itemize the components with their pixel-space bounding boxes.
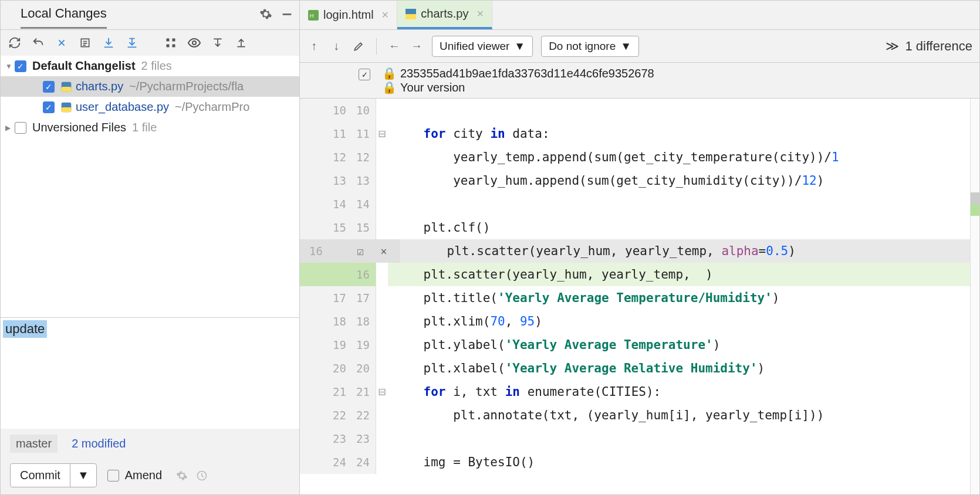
changelist-count: 2 files: [141, 59, 172, 73]
changes-tree: ▼ ✓ Default Changelist 2 files ✓ charts.…: [1, 56, 299, 138]
editor-tabs: H login.html × charts.py ×: [300, 1, 979, 30]
python-file-icon: [405, 9, 416, 19]
code-line[interactable]: 1515 plt.clf(): [300, 216, 979, 239]
next-diff-icon[interactable]: ↓: [329, 39, 343, 53]
tab-login-html[interactable]: H login.html ×: [300, 1, 397, 29]
commit-button[interactable]: Commit ▼: [10, 463, 97, 487]
code-line[interactable]: 2323: [300, 427, 979, 450]
svg-rect-10: [62, 107, 72, 112]
version-header: ✓ 🔒235355ad41b9ae1fda33763d11e44c6fe9352…: [300, 63, 979, 99]
gear-icon[interactable]: [259, 8, 272, 21]
more-icon[interactable]: ≫: [886, 39, 899, 54]
diff-code-area[interactable]: 10101111⊟ for city in data:1212 yearly_t…: [300, 99, 979, 494]
svg-rect-5: [173, 45, 175, 48]
code-line[interactable]: 2020 plt.xlabel('Yearly Average Relative…: [300, 357, 979, 380]
file-row[interactable]: ✓ charts.py ~/PycharmProjects/fla: [1, 76, 299, 97]
unshelve-icon[interactable]: [125, 36, 139, 50]
svg-rect-8: [62, 87, 72, 91]
tab-charts-py[interactable]: charts.py ×: [397, 1, 492, 29]
code-line[interactable]: 1919 plt.ylabel('Yearly Average Temperat…: [300, 333, 979, 357]
lock-icon: 🔒: [382, 81, 397, 94]
rollback-icon[interactable]: [31, 36, 45, 50]
file-name: user_database.py: [76, 100, 169, 114]
code-line[interactable]: 1010: [300, 99, 979, 122]
panel-header: Local Changes: [1, 1, 299, 30]
file-row[interactable]: ✓ user_database.py ~/PycharmPro: [1, 97, 299, 117]
file-checkbox[interactable]: ✓: [43, 101, 55, 113]
code-line[interactable]: 1818 plt.xlim(70, 95): [300, 310, 979, 333]
unversioned-label: Unversioned Files: [32, 121, 126, 134]
group-icon[interactable]: [164, 36, 178, 50]
amend-checkbox[interactable]: Amend: [107, 469, 162, 482]
branch-badge[interactable]: master: [10, 435, 58, 453]
include-all-checkbox[interactable]: ✓: [359, 69, 370, 80]
back-icon[interactable]: ←: [387, 39, 401, 53]
code-line[interactable]: 1414: [300, 192, 979, 216]
commit-message-text[interactable]: update: [3, 320, 47, 338]
file-name: charts.py: [76, 80, 123, 93]
revert-change-icon[interactable]: ×: [372, 239, 396, 263]
unversioned-checkbox[interactable]: [15, 122, 26, 134]
close-icon[interactable]: ×: [477, 7, 484, 21]
forward-icon[interactable]: →: [410, 39, 424, 53]
include-change-checkbox[interactable]: ☑: [349, 239, 372, 263]
code-line[interactable]: 1212 yearly_temp.append(sum(get_city_tem…: [300, 145, 979, 169]
python-file-icon: [60, 81, 72, 93]
changelist-checkbox[interactable]: ✓: [15, 60, 26, 72]
history-icon[interactable]: [196, 470, 208, 482]
code-line[interactable]: 1313 yearly_hum.append(sum(get_city_humi…: [300, 169, 979, 192]
close-icon[interactable]: ×: [382, 8, 389, 22]
code-line[interactable]: 2222 plt.annotate(txt, (yearly_hum[i], y…: [300, 404, 979, 427]
commit-hash: 235355ad41b9ae1fda33763d11e44c6fe9352678: [400, 67, 654, 80]
expand-arrow-icon[interactable]: ▶: [5, 124, 15, 132]
file-path: ~/PycharmPro: [175, 100, 249, 114]
file-checkbox[interactable]: ✓: [43, 81, 55, 93]
viewer-mode-dropdown[interactable]: Unified viewer ▼: [432, 36, 533, 57]
code-line[interactable]: 16☑× plt.scatter(yearly_hum, yearly_temp…: [300, 239, 979, 263]
code-line[interactable]: 16 plt.scatter(yearly_hum, yearly_temp, …: [300, 263, 979, 286]
python-file-icon: [60, 101, 72, 113]
svg-rect-14: [405, 9, 416, 14]
diff-panel: H login.html × charts.py × ↑ ↓ ← → Unifi…: [300, 1, 979, 494]
preview-icon[interactable]: [187, 36, 201, 50]
commit-row: Commit ▼ Amend: [1, 459, 299, 494]
commit-dropdown-icon[interactable]: ▼: [70, 464, 96, 487]
diff-icon[interactable]: [55, 36, 69, 50]
svg-text:H: H: [310, 12, 314, 18]
collapse-icon[interactable]: [234, 36, 248, 50]
changelist-icon[interactable]: [78, 36, 92, 50]
svg-rect-3: [173, 39, 175, 42]
changes-toolbar: [1, 30, 299, 56]
status-row: master 2 modified: [1, 429, 299, 459]
file-path: ~/PycharmProjects/fla: [129, 80, 244, 93]
changelist-name: Default Changelist: [32, 59, 136, 73]
whitespace-dropdown[interactable]: Do not ignore ▼: [541, 36, 639, 57]
prev-diff-icon[interactable]: ↑: [307, 39, 321, 53]
code-line[interactable]: 1111⊟ for city in data:: [300, 122, 979, 145]
svg-rect-15: [405, 14, 416, 19]
html-file-icon: H: [308, 10, 319, 21]
commit-message-area[interactable]: update: [1, 317, 299, 429]
edit-icon[interactable]: [352, 40, 366, 52]
code-line[interactable]: 1717 plt.title('Yearly Average Temperatu…: [300, 286, 979, 310]
code-line[interactable]: 2424 img = BytesIO(): [300, 450, 979, 474]
gear-icon[interactable]: [176, 470, 188, 482]
expand-icon[interactable]: [211, 36, 225, 50]
expand-arrow-icon[interactable]: ▼: [5, 62, 15, 70]
scroll-overview[interactable]: [970, 99, 979, 494]
svg-rect-2: [167, 39, 170, 42]
local-changes-panel: Local Changes: [1, 1, 300, 494]
refresh-icon[interactable]: [8, 36, 22, 50]
diff-toolbar: ↑ ↓ ← → Unified viewer ▼ Do not ignore ▼…: [300, 30, 979, 63]
svg-rect-4: [167, 45, 170, 48]
svg-rect-0: [283, 13, 292, 15]
changelist-row[interactable]: ▼ ✓ Default Changelist 2 files: [1, 56, 299, 76]
panel-title: Local Changes: [21, 6, 107, 29]
modified-link[interactable]: 2 modified: [72, 437, 126, 450]
code-line[interactable]: 2121⊟ for i, txt in enumerate(CITIES):: [300, 380, 979, 404]
svg-point-6: [192, 41, 196, 45]
shelve-icon[interactable]: [102, 36, 116, 50]
minimize-icon[interactable]: [281, 8, 293, 21]
unversioned-row[interactable]: ▶ Unversioned Files 1 file: [1, 117, 299, 138]
your-version-label: Your version: [400, 81, 465, 94]
